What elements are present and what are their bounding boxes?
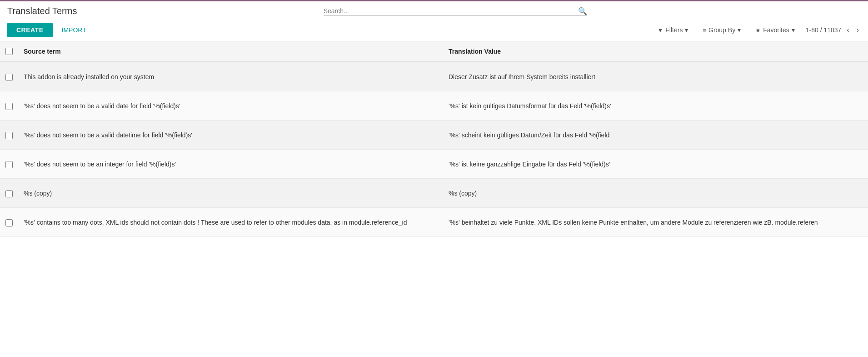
import-button[interactable]: IMPORT — [56, 23, 92, 37]
translation-value-cell: '%s' ist kein gültiges Datumsformat für … — [443, 97, 868, 115]
table-row: '%s' does not seem to be a valid datetim… — [0, 121, 868, 150]
select-all-checkbox[interactable] — [5, 48, 13, 55]
table-row: '%s' contains too many dots. XML ids sho… — [0, 208, 868, 237]
source-term-header: Source term — [18, 46, 443, 57]
search-input[interactable] — [324, 7, 578, 15]
favorites-dropdown-icon: ▾ — [792, 26, 795, 34]
row-checkbox-cell[interactable] — [0, 155, 18, 174]
toolbar-right: ▼ Filters ▾ ≡ Group By ▾ ★ Favorites ▾ 1… — [653, 25, 861, 35]
table-row: '%s' does not seem to be an integer for … — [0, 150, 868, 179]
row-checkbox-1[interactable] — [5, 103, 13, 110]
favorites-button[interactable]: ★ Favorites ▾ — [752, 25, 798, 35]
favorites-label: Favorites — [763, 26, 789, 34]
source-term-cell: '%s' does not seem to be an integer for … — [18, 155, 443, 173]
translation-value-header: Translation Value — [443, 46, 868, 57]
row-checkbox-2[interactable] — [5, 132, 13, 139]
row-checkbox-3[interactable] — [5, 161, 13, 168]
header-area: Translated Terms 🔍 — [0, 1, 868, 19]
row-checkbox-4[interactable] — [5, 190, 13, 197]
filters-dropdown-icon: ▾ — [685, 26, 688, 34]
row-checkbox-cell[interactable] — [0, 126, 18, 145]
table-header: Source term Translation Value — [0, 41, 868, 62]
pagination-next-button[interactable]: › — [855, 25, 861, 35]
translation-value-cell: '%s' scheint kein gültiges Datum/Zeit fü… — [443, 126, 868, 144]
groupby-label: Group By — [708, 26, 735, 34]
table-row: %s (copy) %s (copy) — [0, 179, 868, 208]
pagination-info: 1-80 / 11037 — [806, 26, 842, 34]
groupby-icon: ≡ — [703, 27, 706, 34]
translation-value-cell: Dieser Zusatz ist auf Ihrem System berei… — [443, 68, 868, 86]
header-checkbox-cell[interactable] — [0, 46, 18, 57]
filter-icon: ▼ — [657, 27, 663, 34]
pagination: 1-80 / 11037 ‹ › — [806, 25, 861, 35]
row-checkbox-5[interactable] — [5, 219, 13, 226]
page-title-wrap: Translated Terms — [7, 6, 77, 16]
row-checkbox-cell[interactable] — [0, 96, 18, 116]
search-icon[interactable]: 🔍 — [578, 7, 587, 15]
create-button[interactable]: CREATE — [7, 23, 53, 37]
search-bar: 🔍 — [324, 7, 587, 16]
table-row: '%s' does not seem to be a valid date fo… — [0, 91, 868, 121]
source-term-cell: '%s' contains too many dots. XML ids sho… — [18, 213, 443, 231]
source-term-cell: %s (copy) — [18, 184, 443, 202]
data-table: Source term Translation Value This addon… — [0, 41, 868, 237]
row-checkbox-cell[interactable] — [0, 184, 18, 203]
translation-value-cell: '%s' ist keine ganzzahlige Eingabe für d… — [443, 155, 868, 173]
groupby-button[interactable]: ≡ Group By ▾ — [699, 25, 744, 35]
row-checkbox-cell[interactable] — [0, 213, 18, 232]
table-row: This addon is already installed on your … — [0, 62, 868, 91]
table-body: This addon is already installed on your … — [0, 62, 868, 237]
row-checkbox-cell[interactable] — [0, 67, 18, 86]
source-term-cell: This addon is already installed on your … — [18, 68, 443, 86]
toolbar: CREATE IMPORT ▼ Filters ▾ ≡ Group By ▾ ★… — [0, 19, 868, 41]
source-term-cell: '%s' does not seem to be a valid date fo… — [18, 97, 443, 115]
filters-button[interactable]: ▼ Filters ▾ — [653, 25, 692, 35]
source-term-cell: '%s' does not seem to be a valid datetim… — [18, 126, 443, 144]
star-icon: ★ — [755, 27, 761, 34]
toolbar-left: CREATE IMPORT — [7, 23, 650, 37]
page-title: Translated Terms — [7, 6, 77, 16]
groupby-dropdown-icon: ▾ — [738, 26, 741, 34]
translation-value-cell: %s (copy) — [443, 184, 868, 202]
filters-label: Filters — [665, 26, 683, 34]
pagination-prev-button[interactable]: ‹ — [845, 25, 851, 35]
translation-value-cell: '%s' beinhaltet zu viele Punkte. XML IDs… — [443, 213, 868, 231]
row-checkbox-0[interactable] — [5, 74, 13, 81]
